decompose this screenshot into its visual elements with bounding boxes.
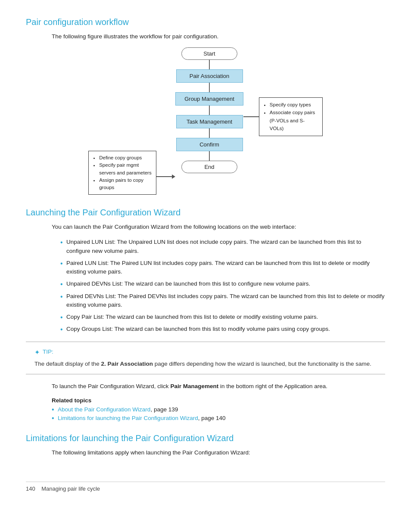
section2-intro: You can launch the Pair Configuration Wi…: [52, 224, 385, 230]
tip-body-prefix: The default display of the: [34, 361, 101, 367]
right-note-group: Specify copy types Associate copy pairs …: [243, 97, 323, 136]
vline-4: [209, 128, 210, 138]
related-link-2[interactable]: Limitations for launching the Pair Confi…: [58, 415, 198, 421]
tip-label: ✦ TIP:: [34, 347, 377, 357]
bullet-item-1: Unpaired LUN List: The Unpaired LUN list…: [60, 238, 385, 255]
related-suffix-1: , page 139: [150, 406, 178, 413]
bullet-item-4: Paired DEVNs List: The Paired DEVNs list…: [60, 292, 385, 310]
node-start: Start: [181, 47, 237, 60]
left-note-item-1: Define copy groups: [99, 154, 152, 162]
left-note-group: Define copy groups Specify pair mgmt ser…: [88, 99, 175, 195]
right-note-item-2: Associate copy pairs (P-VOLs and S-VOLs): [270, 109, 318, 132]
section2-bullet-list: Unpaired LUN List: The Unpaired LUN list…: [60, 238, 385, 333]
left-arrow-head: [172, 174, 175, 179]
tip-box: ✦ TIP: The default display of the 2. Pai…: [26, 342, 385, 374]
node-task-management: Task Management: [176, 115, 243, 128]
launch-bold: Pair Management: [170, 383, 218, 389]
diagram-center: Start Pair Association Group Management …: [175, 47, 243, 173]
vline-5: [209, 151, 210, 161]
diagram-inner: Define copy groups Specify pair mgmt ser…: [88, 47, 323, 195]
related-topics-list: About the Pair Configuration Wizard, pag…: [52, 406, 385, 421]
footer: 140 Managing pair life cycle: [26, 482, 385, 492]
vline-3: [209, 106, 210, 115]
bullet-item-5: Copy Pair List: The wizard can be launch…: [60, 313, 385, 321]
right-note-box: Specify copy types Associate copy pairs …: [259, 97, 323, 136]
bullet-item-2: Paired LUN List: The Paired LUN list inc…: [60, 259, 385, 277]
section-limitations: Limitations for launching the Pair Confi…: [26, 433, 385, 456]
node-pair-association: Pair Association: [176, 69, 243, 83]
launch-paragraph: To launch the Pair Configuration Wizard,…: [52, 382, 385, 391]
tip-body: The default display of the 2. Pair Assoc…: [34, 360, 377, 369]
left-note-item-2: Specify pair mgmt servers and parameters: [99, 162, 152, 177]
related-link-1[interactable]: About the Pair Configuration Wizard: [58, 406, 150, 413]
related-suffix-2: , page 140: [198, 415, 226, 421]
node-end: End: [181, 161, 237, 173]
vline-2: [209, 83, 210, 92]
vline-1: [209, 60, 210, 69]
tip-body-suffix: page differs depending how the wizard is…: [153, 361, 371, 367]
left-arrow: [156, 174, 175, 179]
section-launching-wizard: Launching the Pair Configuration Wizard …: [26, 208, 385, 421]
left-note-box: Define copy groups Specify pair mgmt ser…: [88, 151, 156, 195]
workflow-diagram: Define copy groups Specify pair mgmt ser…: [26, 47, 385, 195]
section3-title: Limitations for launching the Pair Confi…: [26, 433, 385, 443]
bullet-item-3: Unpaired DEVNs List: The wizard can be l…: [60, 280, 385, 288]
footer-page-number: 140: [26, 485, 35, 492]
right-note-item-1: Specify copy types: [270, 101, 318, 109]
related-item-1: About the Pair Configuration Wizard, pag…: [52, 406, 385, 413]
tip-icon: ✦: [34, 347, 40, 357]
related-topics-heading: Related topics: [52, 397, 385, 404]
footer-text: Managing pair life cycle: [41, 485, 100, 492]
related-topics: Related topics About the Pair Configurat…: [52, 397, 385, 421]
section2-title: Launching the Pair Configuration Wizard: [26, 208, 385, 218]
node-confirm: Confirm: [176, 138, 243, 151]
left-arrow-line: [156, 176, 172, 177]
launch-text-suffix: in the bottom right of the Application a…: [218, 383, 327, 389]
section1-intro: The following figure illustrates the wor…: [52, 33, 385, 40]
right-connector: Specify copy types Associate copy pairs …: [243, 97, 323, 136]
launch-text-prefix: To launch the Pair Configuration Wizard,…: [52, 383, 170, 389]
bullet-item-6: Copy Groups List: The wizard can be laun…: [60, 325, 385, 333]
left-note-item-3: Assign pairs to copy groups: [99, 177, 152, 192]
node-pair-association-wrapper: Pair Association: [176, 69, 243, 83]
node-group-management: Group Management: [175, 92, 243, 106]
right-arrow-line: [243, 116, 259, 117]
section-pair-config-workflow: Pair configuration workflow The followin…: [26, 17, 385, 195]
section3-intro: The following limitations apply when lau…: [52, 449, 385, 456]
related-item-2: Limitations for launching the Pair Confi…: [52, 415, 385, 421]
section1-title: Pair configuration workflow: [26, 17, 385, 27]
tip-body-bold: 2. Pair Association: [101, 361, 153, 367]
